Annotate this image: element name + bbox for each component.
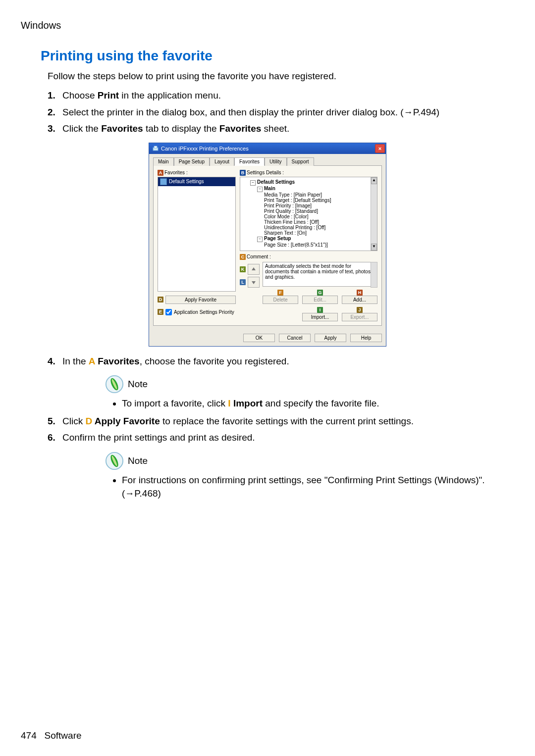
marker-b-icon: B <box>240 170 246 176</box>
cancel-button[interactable]: Cancel <box>279 334 311 342</box>
note-icon <box>105 452 124 470</box>
step-number: 5. <box>48 414 55 428</box>
marker-f-icon: F <box>277 290 283 296</box>
page-ref[interactable]: →P.468 <box>125 488 158 499</box>
dialog-button-bar: OK Cancel Apply Help <box>149 330 386 346</box>
apply-favorite-button[interactable]: Apply Favorite <box>165 296 236 304</box>
tree-leaf: Unidirectional Printing : [Off] <box>264 225 375 230</box>
document-icon <box>160 178 167 185</box>
close-icon[interactable]: × <box>375 144 385 153</box>
move-up-button[interactable] <box>248 264 260 275</box>
note-item: To import a favorite, click I Import and… <box>122 397 514 410</box>
tab-page-setup[interactable]: Page Setup <box>174 157 210 166</box>
tree-collapse-icon[interactable]: − <box>257 187 263 192</box>
favorites-column: A Favorites : Default Settings D <box>158 170 236 321</box>
favorites-list[interactable]: Default Settings <box>158 177 236 292</box>
tab-layout[interactable]: Layout <box>210 157 234 166</box>
help-button[interactable]: Help <box>350 334 382 342</box>
settings-tree[interactable]: ▲ ▼ −Default Settings −Main Media Ty <box>240 177 377 251</box>
step-6: 6. Confirm the print settings and print … <box>48 431 514 501</box>
marker-k-icon: K <box>240 266 246 272</box>
tree-leaf: Thicken Fine Lines : [Off] <box>264 219 375 225</box>
manual-page: Windows Printing using the favorite Foll… <box>0 0 535 756</box>
steps-list: 1. Choose Print in the application menu.… <box>48 89 514 136</box>
top-path: Windows <box>21 20 514 31</box>
tree-leaf: Sharpen Text : [On] <box>264 230 375 236</box>
tab-utility[interactable]: Utility <box>265 157 286 166</box>
apply-button[interactable]: Apply <box>315 334 346 342</box>
svg-rect-1 <box>154 146 157 148</box>
note-block: Note To import a favorite, click I Impor… <box>105 375 514 410</box>
step-number: 3. <box>48 122 55 136</box>
scroll-up-icon[interactable]: ▲ <box>371 177 377 184</box>
dialog-title: Canon iPFxxxx Printing Preferences <box>161 146 249 151</box>
comment-box: Automatically selects the best mode for … <box>263 262 377 287</box>
marker-j-icon: J <box>357 307 363 313</box>
note-label: Note <box>128 454 148 468</box>
tree-leaf: Print Priority : [Image] <box>264 203 375 208</box>
export-button[interactable]: Export... <box>342 313 377 321</box>
settings-details-label: Settings Details : <box>247 170 284 175</box>
scrollbar[interactable]: ▲ ▼ <box>371 177 377 251</box>
marker-i-icon: I <box>317 307 323 313</box>
step-number: 4. <box>48 354 55 368</box>
marker-a-inline: A <box>89 356 95 366</box>
comment-label: Comment : <box>247 254 271 259</box>
details-column: B Settings Details : ▲ ▼ −Default Settin… <box>240 170 377 321</box>
marker-h-icon: H <box>357 290 363 296</box>
dialog-titlebar[interactable]: Canon iPFxxxx Printing Preferences × <box>149 143 386 154</box>
add-button[interactable]: Add... <box>342 296 377 304</box>
step-text: Click the Favorites tab to display the F… <box>62 123 289 134</box>
app-settings-priority-checkbox[interactable] <box>165 309 172 315</box>
marker-l-icon: L <box>240 279 246 285</box>
tree-leaf: Print Target : [Default Settings] <box>264 198 375 203</box>
step-3: 3. Click the Favorites tab to display th… <box>48 122 514 136</box>
favorites-label: Favorites : <box>164 170 188 175</box>
tree-collapse-icon[interactable]: − <box>257 237 263 242</box>
tree-collapse-icon[interactable]: − <box>250 180 256 186</box>
ok-button[interactable]: OK <box>243 334 275 342</box>
favorites-list-item[interactable]: Default Settings <box>158 177 235 186</box>
page-ref[interactable]: →P.494 <box>404 107 436 117</box>
marker-e-icon: E <box>158 309 163 315</box>
step-number: 6. <box>48 431 55 445</box>
dialog-screenshot: Canon iPFxxxx Printing Preferences × Mai… <box>21 143 514 347</box>
favorites-sheet: A Favorites : Default Settings D <box>153 166 382 326</box>
marker-d-inline: D <box>85 416 92 426</box>
step-text: Choose Print in the application menu. <box>62 90 221 101</box>
tree-leaf: Page Size : [Letter(8.5"x11")] <box>264 242 375 248</box>
scrollbar[interactable] <box>371 262 377 288</box>
step-text: Select the printer in the dialog box, an… <box>62 107 439 117</box>
delete-button[interactable]: Delete <box>263 296 298 304</box>
move-down-button[interactable] <box>248 277 260 288</box>
tab-strip: Main Page Setup Layout Favorites Utility… <box>153 157 382 166</box>
printing-preferences-dialog: Canon iPFxxxx Printing Preferences × Mai… <box>149 143 386 347</box>
tab-support[interactable]: Support <box>287 157 314 166</box>
marker-g-icon: G <box>317 290 323 296</box>
step-2: 2. Select the printer in the dialog box,… <box>48 105 514 119</box>
steps-list-continued: 4. In the A Favorites, choose the favori… <box>48 354 514 501</box>
section-heading: Printing using the favorite <box>41 48 514 64</box>
intro-text: Follow the steps below to print using th… <box>48 71 514 82</box>
step-1: 1. Choose Print in the application menu. <box>48 89 514 102</box>
step-4: 4. In the A Favorites, choose the favori… <box>48 354 514 410</box>
step-5: 5. Click D Apply Favorite to replace the… <box>48 414 514 428</box>
step-text: Confirm the print settings and print as … <box>62 432 255 443</box>
note-item: For instructions on confirming print set… <box>122 473 514 501</box>
dialog-body: Main Page Setup Layout Favorites Utility… <box>149 154 386 330</box>
marker-d-icon: D <box>158 297 163 302</box>
note-block: Note For instructions on confirming prin… <box>105 452 514 501</box>
step-text: In the A Favorites, choose the favorite … <box>62 356 289 366</box>
tree-leaf: Media Type : [Plain Paper] <box>264 192 375 198</box>
page-footer: 474 Software <box>21 730 82 741</box>
import-button[interactable]: Import... <box>302 313 338 321</box>
footer-section: Software <box>45 730 82 741</box>
note-icon <box>105 375 124 394</box>
edit-button[interactable]: Edit... <box>302 296 338 304</box>
scroll-down-icon[interactable]: ▼ <box>371 244 377 251</box>
tab-main[interactable]: Main <box>153 157 174 166</box>
step-number: 1. <box>48 89 55 102</box>
printer-icon <box>152 145 159 152</box>
tab-favorites[interactable]: Favorites <box>234 157 265 166</box>
arrow-down-icon <box>251 279 257 285</box>
